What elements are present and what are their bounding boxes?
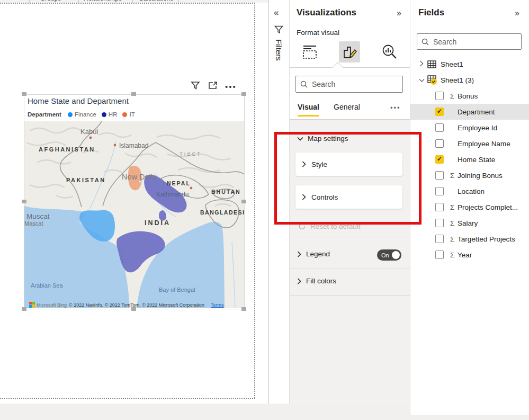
checkbox[interactable] <box>435 187 444 195</box>
search-placeholder: Search <box>433 38 456 46</box>
hr-color-dot <box>102 112 106 117</box>
focus-mode-icon[interactable] <box>208 81 218 92</box>
filters-pane-title[interactable]: Filters <box>274 39 283 61</box>
checkbox[interactable] <box>435 203 444 211</box>
map-label-islamabad: Islamabad <box>119 142 148 149</box>
resize-handle[interactable] <box>22 307 26 311</box>
divider <box>290 67 410 68</box>
field-row-department[interactable]: Department <box>410 104 529 120</box>
checkbox[interactable] <box>435 123 444 132</box>
checkbox[interactable] <box>435 171 444 180</box>
resize-handle[interactable] <box>131 92 136 96</box>
search-icon <box>300 81 308 88</box>
checkbox[interactable] <box>435 251 444 259</box>
visual-hover-toolbar: ••• <box>191 79 244 93</box>
annotation-highlight-rectangle <box>274 132 422 225</box>
build-visual-icon[interactable] <box>299 41 320 62</box>
legend-toggle[interactable]: On <box>377 249 401 261</box>
ribbon-tab-groups[interactable]: Groups <box>40 0 61 2</box>
checkbox[interactable] <box>435 219 444 227</box>
sum-icon: Σ <box>447 203 458 211</box>
legend-section[interactable]: Legend <box>297 250 330 258</box>
checked-badge-icon <box>431 78 437 85</box>
collapse-visualizations-icon[interactable]: » <box>397 8 401 18</box>
map-label-afghanistan: AFGHANISTAN <box>39 146 95 153</box>
field-row-home-state[interactable]: Home State <box>410 151 529 167</box>
toggle-knob <box>392 251 400 259</box>
legend-title: Department <box>28 111 61 118</box>
field-row-year[interactable]: Σ Year <box>410 247 529 263</box>
checkbox-checked[interactable] <box>435 155 444 164</box>
table-sheet1-3[interactable]: Sheet1 (3) <box>410 72 529 88</box>
checkbox[interactable] <box>435 92 444 100</box>
format-search-input[interactable]: Search <box>295 76 403 93</box>
map-label-kathmandu: Kathmandu <box>156 191 189 198</box>
resize-handle[interactable] <box>241 200 246 203</box>
format-visual-subtitle: Format visual <box>297 29 339 37</box>
legend-item-it[interactable]: IT <box>122 111 135 118</box>
legend-item-finance[interactable]: Finance <box>68 111 96 118</box>
it-color-dot <box>122 112 127 117</box>
selected-tab-notch <box>333 62 343 73</box>
resize-handle[interactable] <box>241 92 246 96</box>
field-row-location[interactable]: Location <box>410 183 529 199</box>
chevron-right-icon <box>297 278 301 284</box>
checkbox-checked[interactable] <box>435 108 444 116</box>
chevron-down-icon[interactable] <box>418 76 425 84</box>
sum-icon: Σ <box>447 219 458 227</box>
bing-map[interactable]: Kabul AFGHANISTAN Islamabad TIBET PAKIST… <box>24 121 244 308</box>
finance-color-dot <box>68 112 73 117</box>
tab-visual[interactable]: Visual <box>298 103 319 111</box>
filter-icon[interactable] <box>191 81 200 92</box>
resize-handle[interactable] <box>241 307 246 311</box>
map-terms-link[interactable]: Terms <box>211 302 224 308</box>
map-label-pakistan: PAKISTAN <box>66 177 106 183</box>
ribbon-tab-calculations[interactable]: Calculations <box>139 0 173 2</box>
map-visual[interactable]: Home State and Department Department Fin… <box>24 94 245 309</box>
pane-switcher <box>294 40 405 64</box>
checkbox[interactable] <box>435 235 444 243</box>
resize-handle[interactable] <box>22 92 26 96</box>
expand-filters-icon[interactable]: « <box>274 7 279 18</box>
visual-title: Home State and Department <box>28 96 129 105</box>
fields-search-input[interactable]: Search <box>417 33 522 50</box>
fill-colors-section[interactable]: Fill colors <box>297 277 336 285</box>
chevron-right-icon[interactable] <box>418 60 425 68</box>
field-row-employee-id[interactable]: Employee Id <box>410 120 529 136</box>
map-label-new-delhi: New Delhi <box>122 173 157 181</box>
field-row-employee-name[interactable]: Employee Name <box>410 136 529 151</box>
sum-icon: Σ <box>447 92 458 100</box>
tabs-more-icon[interactable]: ••• <box>390 104 401 112</box>
fields-pane: Fields » Search Sheet1 <box>410 0 529 415</box>
map-label-arabian-sea: Arabian Sea <box>31 282 63 289</box>
map-label-india: INDIA <box>145 219 171 227</box>
map-label-kabul: Kabul <box>80 128 98 136</box>
legend-item-hr[interactable]: HR <box>102 111 118 118</box>
format-visual-icon[interactable] <box>339 41 360 62</box>
page-border-bottom <box>0 398 255 399</box>
table-name: Sheet1 (3) <box>441 76 474 84</box>
chevron-right-icon <box>297 251 301 257</box>
bing-logo-text: Microsoft Bing <box>37 302 67 308</box>
table-sheet1[interactable]: Sheet1 <box>410 56 529 72</box>
resize-handle[interactable] <box>131 307 136 311</box>
field-row-bonus[interactable]: Σ Bonus <box>410 88 529 104</box>
field-row-targetted-projects[interactable]: Σ Targetted Projects <box>410 231 529 247</box>
field-row-salary[interactable]: Σ Salary <box>410 215 529 231</box>
checkbox[interactable] <box>435 139 444 148</box>
ribbon-tab-relationships[interactable]: Relationships <box>84 0 122 2</box>
field-row-projects-completed[interactable]: Σ Projects Complet... <box>410 199 529 215</box>
map-label-bangladesh: BANGLADESH <box>200 209 244 216</box>
analytics-icon[interactable] <box>379 41 400 62</box>
field-row-joining-bonus[interactable]: Σ Joining Bonus <box>410 167 529 183</box>
collapse-fields-icon[interactable]: » <box>515 8 519 18</box>
more-options-icon[interactable]: ••• <box>225 82 237 91</box>
toggle-state-label: On <box>381 252 389 258</box>
tab-general[interactable]: General <box>334 103 360 111</box>
divider <box>290 269 410 269</box>
map-label-mascat: Mascat <box>24 220 43 227</box>
divider <box>290 237 410 237</box>
map-label-bhutan: BHUTAN <box>211 189 241 195</box>
resize-handle[interactable] <box>22 200 26 203</box>
divider <box>290 119 410 120</box>
